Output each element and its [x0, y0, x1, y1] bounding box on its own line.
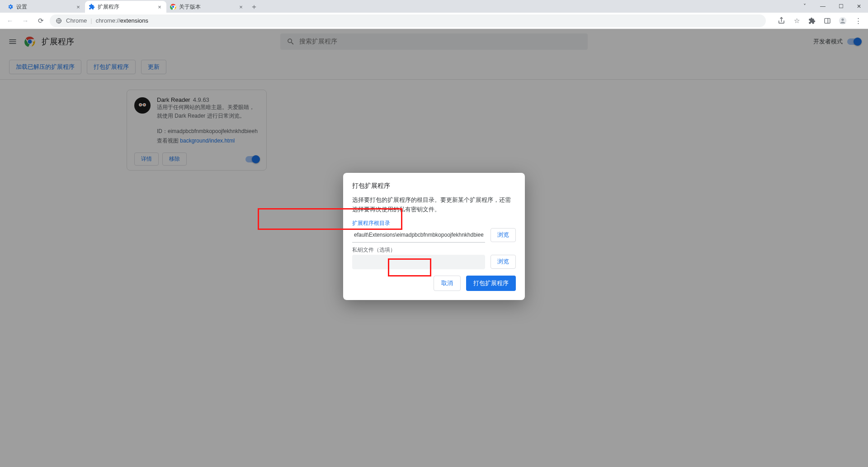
close-icon[interactable]: ×	[156, 4, 163, 10]
root-dir-label: 扩展程序根目录	[352, 219, 516, 227]
url-path: chrome://extensions	[96, 17, 148, 24]
browser-tab-extensions[interactable]: 扩展程序 ×	[85, 1, 166, 13]
kebab-menu-icon[interactable]: ⋮	[852, 14, 864, 27]
private-key-input[interactable]	[352, 255, 485, 269]
extensions-puzzle-icon[interactable]	[806, 14, 818, 27]
puzzle-icon	[89, 4, 95, 10]
share-icon[interactable]	[775, 14, 788, 27]
pack-extension-dialog: 打包扩展程序 选择要打包的扩展程序的根目录。要更新某个扩展程序，还需选择要再次使…	[343, 173, 525, 300]
browser-tab-settings[interactable]: 设置 ×	[4, 1, 85, 13]
browse-root-button[interactable]: 浏览	[491, 228, 516, 242]
minimize-button[interactable]: —	[814, 0, 832, 13]
close-window-button[interactable]: ✕	[850, 0, 868, 13]
svg-rect-3	[825, 18, 830, 23]
close-icon[interactable]: ×	[75, 4, 81, 10]
browser-tab-about[interactable]: 关于版本 ×	[166, 1, 248, 13]
side-panel-icon[interactable]	[821, 14, 834, 27]
tab-bar: 设置 × 扩展程序 × 关于版本 × ＋ ˅ — ☐ ✕	[0, 0, 868, 13]
pack-confirm-button[interactable]: 打包扩展程序	[466, 276, 516, 291]
dialog-description: 选择要打包的扩展程序的根目录。要更新某个扩展程序，还需选择要再次使用的私有密钥文…	[352, 195, 516, 215]
chrome-icon	[170, 4, 176, 10]
chevron-down-icon[interactable]: ˅	[796, 0, 814, 13]
maximize-button[interactable]: ☐	[832, 0, 850, 13]
chrome-scheme-icon	[55, 17, 62, 24]
profile-avatar-icon[interactable]	[836, 14, 849, 27]
svg-point-1	[172, 6, 175, 8]
url-origin: Chrome	[66, 17, 87, 24]
svg-point-6	[841, 18, 844, 20]
browser-toolbar: ← → ⟳ Chrome | chrome://extensions ☆ ⋮	[0, 13, 868, 29]
forward-button[interactable]: →	[19, 14, 32, 27]
close-icon[interactable]: ×	[238, 4, 244, 10]
cancel-button[interactable]: 取消	[434, 276, 461, 291]
private-key-label: 私钥文件（选填）	[352, 246, 516, 254]
reload-button[interactable]: ⟳	[34, 14, 47, 27]
back-button[interactable]: ←	[4, 14, 16, 27]
browse-key-button[interactable]: 浏览	[491, 255, 516, 269]
root-dir-input[interactable]	[352, 228, 485, 243]
gear-icon	[7, 4, 14, 10]
dialog-title: 打包扩展程序	[352, 182, 516, 190]
address-bar[interactable]: Chrome | chrome://extensions	[50, 14, 766, 27]
window-controls: ˅ — ☐ ✕	[796, 0, 868, 13]
star-icon[interactable]: ☆	[790, 14, 803, 27]
tab-title: 关于版本	[179, 3, 235, 11]
new-tab-button[interactable]: ＋	[248, 1, 260, 13]
tab-title: 扩展程序	[98, 3, 154, 11]
tab-title: 设置	[16, 3, 72, 11]
